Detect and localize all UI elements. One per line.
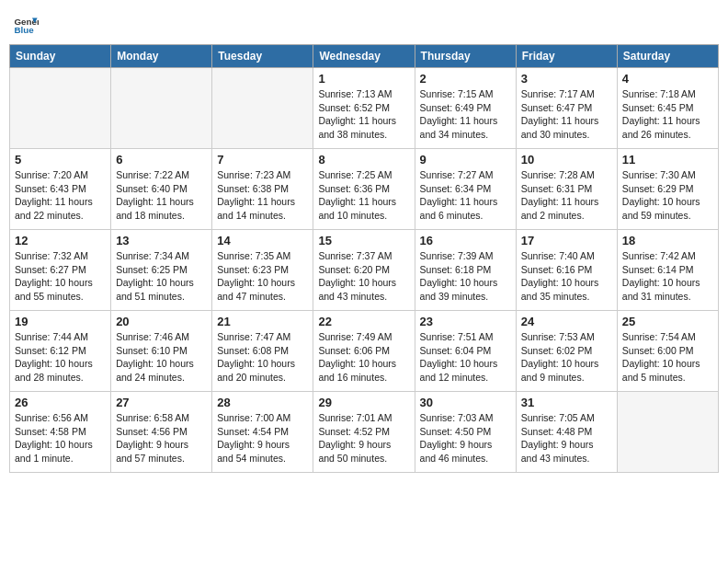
weekday-header-monday: Monday: [111, 45, 212, 68]
cell-info: Sunrise: 7:18 AM Sunset: 6:45 PM Dayligh…: [622, 87, 713, 142]
calendar-cell: 8Sunrise: 7:25 AM Sunset: 6:36 PM Daylig…: [313, 149, 415, 230]
calendar-cell: 15Sunrise: 7:37 AM Sunset: 6:20 PM Dayli…: [313, 230, 415, 311]
weekday-header-saturday: Saturday: [617, 45, 718, 68]
day-number: 6: [116, 153, 207, 167]
day-number: 25: [622, 315, 713, 328]
cell-info: Sunrise: 7:51 AM Sunset: 6:04 PM Dayligh…: [420, 330, 511, 385]
calendar-cell: 3Sunrise: 7:17 AM Sunset: 6:47 PM Daylig…: [516, 68, 617, 149]
day-number: 7: [217, 153, 308, 167]
day-number: 15: [318, 234, 409, 247]
day-number: 2: [420, 72, 511, 86]
cell-info: Sunrise: 7:53 AM Sunset: 6:02 PM Dayligh…: [521, 330, 612, 385]
day-number: 12: [15, 234, 106, 247]
day-number: 24: [521, 315, 612, 328]
day-number: 10: [521, 153, 612, 167]
cell-info: Sunrise: 7:05 AM Sunset: 4:48 PM Dayligh…: [521, 411, 612, 465]
day-number: 29: [318, 396, 409, 409]
day-number: 21: [217, 315, 308, 328]
day-number: 22: [318, 315, 409, 328]
calendar-cell: [212, 68, 313, 149]
weekday-header-tuesday: Tuesday: [212, 45, 313, 68]
cell-info: Sunrise: 7:13 AM Sunset: 6:52 PM Dayligh…: [318, 87, 409, 142]
weekday-header-friday: Friday: [516, 45, 617, 68]
day-number: 13: [116, 234, 207, 247]
weekday-header-wednesday: Wednesday: [313, 45, 415, 68]
day-number: 19: [15, 315, 106, 328]
day-number: 31: [521, 396, 612, 409]
calendar-week-5: 26Sunrise: 6:56 AM Sunset: 4:58 PM Dayli…: [10, 392, 719, 473]
calendar-cell: 2Sunrise: 7:15 AM Sunset: 6:49 PM Daylig…: [415, 68, 516, 149]
calendar-week-3: 12Sunrise: 7:32 AM Sunset: 6:27 PM Dayli…: [10, 230, 719, 311]
day-number: 16: [420, 234, 511, 247]
cell-info: Sunrise: 6:56 AM Sunset: 4:58 PM Dayligh…: [15, 411, 106, 465]
calendar-cell: 30Sunrise: 7:03 AM Sunset: 4:50 PM Dayli…: [415, 392, 516, 473]
calendar-cell: 18Sunrise: 7:42 AM Sunset: 6:14 PM Dayli…: [617, 230, 718, 311]
cell-info: Sunrise: 7:00 AM Sunset: 4:54 PM Dayligh…: [217, 411, 308, 465]
cell-info: Sunrise: 7:42 AM Sunset: 6:14 PM Dayligh…: [622, 249, 713, 304]
calendar-cell: [111, 68, 212, 149]
calendar-cell: 28Sunrise: 7:00 AM Sunset: 4:54 PM Dayli…: [212, 392, 313, 473]
cell-info: Sunrise: 7:37 AM Sunset: 6:20 PM Dayligh…: [318, 249, 409, 304]
cell-info: Sunrise: 7:23 AM Sunset: 6:38 PM Dayligh…: [217, 168, 308, 223]
calendar-cell: 13Sunrise: 7:34 AM Sunset: 6:25 PM Dayli…: [111, 230, 212, 311]
calendar-cell: 9Sunrise: 7:27 AM Sunset: 6:34 PM Daylig…: [415, 149, 516, 230]
day-number: 20: [116, 315, 207, 328]
day-number: 23: [420, 315, 511, 328]
calendar-cell: 10Sunrise: 7:28 AM Sunset: 6:31 PM Dayli…: [516, 149, 617, 230]
calendar-week-4: 19Sunrise: 7:44 AM Sunset: 6:12 PM Dayli…: [10, 311, 719, 392]
cell-info: Sunrise: 7:27 AM Sunset: 6:34 PM Dayligh…: [420, 168, 511, 223]
calendar-table: SundayMondayTuesdayWednesdayThursdayFrid…: [9, 44, 719, 473]
calendar-cell: 24Sunrise: 7:53 AM Sunset: 6:02 PM Dayli…: [516, 311, 617, 392]
day-number: 27: [116, 396, 207, 409]
calendar-cell: 26Sunrise: 6:56 AM Sunset: 4:58 PM Dayli…: [10, 392, 111, 473]
calendar-cell: 4Sunrise: 7:18 AM Sunset: 6:45 PM Daylig…: [617, 68, 718, 149]
day-number: 5: [15, 153, 106, 167]
cell-info: Sunrise: 6:58 AM Sunset: 4:56 PM Dayligh…: [116, 411, 207, 465]
day-number: 17: [521, 234, 612, 247]
cell-info: Sunrise: 7:17 AM Sunset: 6:47 PM Dayligh…: [521, 87, 612, 142]
calendar-week-2: 5Sunrise: 7:20 AM Sunset: 6:43 PM Daylig…: [10, 149, 719, 230]
calendar-cell: 23Sunrise: 7:51 AM Sunset: 6:04 PM Dayli…: [415, 311, 516, 392]
weekday-header-thursday: Thursday: [415, 45, 516, 68]
weekday-header-sunday: Sunday: [10, 45, 111, 68]
calendar-cell: 14Sunrise: 7:35 AM Sunset: 6:23 PM Dayli…: [212, 230, 313, 311]
calendar-cell: 22Sunrise: 7:49 AM Sunset: 6:06 PM Dayli…: [313, 311, 415, 392]
cell-info: Sunrise: 7:28 AM Sunset: 6:31 PM Dayligh…: [521, 168, 612, 223]
calendar-cell: 29Sunrise: 7:01 AM Sunset: 4:52 PM Dayli…: [313, 392, 415, 473]
cell-info: Sunrise: 7:32 AM Sunset: 6:27 PM Dayligh…: [15, 249, 106, 304]
cell-info: Sunrise: 7:01 AM Sunset: 4:52 PM Dayligh…: [318, 411, 409, 465]
day-number: 26: [15, 396, 106, 409]
calendar-cell: [10, 68, 111, 149]
cell-info: Sunrise: 7:46 AM Sunset: 6:10 PM Dayligh…: [116, 330, 207, 385]
page-header: General Blue: [9, 9, 719, 39]
calendar-cell: 12Sunrise: 7:32 AM Sunset: 6:27 PM Dayli…: [10, 230, 111, 311]
cell-info: Sunrise: 7:22 AM Sunset: 6:40 PM Dayligh…: [116, 168, 207, 223]
cell-info: Sunrise: 7:03 AM Sunset: 4:50 PM Dayligh…: [420, 411, 511, 465]
day-number: 3: [521, 72, 612, 86]
day-number: 1: [318, 72, 409, 86]
cell-info: Sunrise: 7:30 AM Sunset: 6:29 PM Dayligh…: [622, 168, 713, 223]
day-number: 14: [217, 234, 308, 247]
cell-info: Sunrise: 7:25 AM Sunset: 6:36 PM Dayligh…: [318, 168, 409, 223]
cell-info: Sunrise: 7:44 AM Sunset: 6:12 PM Dayligh…: [15, 330, 106, 385]
cell-info: Sunrise: 7:47 AM Sunset: 6:08 PM Dayligh…: [217, 330, 308, 385]
day-number: 30: [420, 396, 511, 409]
cell-info: Sunrise: 7:20 AM Sunset: 6:43 PM Dayligh…: [15, 168, 106, 223]
cell-info: Sunrise: 7:54 AM Sunset: 6:00 PM Dayligh…: [622, 330, 713, 385]
weekday-header-row: SundayMondayTuesdayWednesdayThursdayFrid…: [10, 45, 719, 68]
calendar-cell: 16Sunrise: 7:39 AM Sunset: 6:18 PM Dayli…: [415, 230, 516, 311]
day-number: 8: [318, 153, 409, 167]
cell-info: Sunrise: 7:49 AM Sunset: 6:06 PM Dayligh…: [318, 330, 409, 385]
calendar-cell: 1Sunrise: 7:13 AM Sunset: 6:52 PM Daylig…: [313, 68, 415, 149]
svg-text:Blue: Blue: [14, 25, 34, 35]
day-number: 9: [420, 153, 511, 167]
calendar-cell: 19Sunrise: 7:44 AM Sunset: 6:12 PM Dayli…: [10, 311, 111, 392]
calendar-cell: 5Sunrise: 7:20 AM Sunset: 6:43 PM Daylig…: [10, 149, 111, 230]
calendar-cell: [617, 392, 718, 473]
day-number: 18: [622, 234, 713, 247]
calendar-cell: 7Sunrise: 7:23 AM Sunset: 6:38 PM Daylig…: [212, 149, 313, 230]
cell-info: Sunrise: 7:40 AM Sunset: 6:16 PM Dayligh…: [521, 249, 612, 304]
calendar-cell: 21Sunrise: 7:47 AM Sunset: 6:08 PM Dayli…: [212, 311, 313, 392]
day-number: 11: [622, 153, 713, 167]
calendar-cell: 31Sunrise: 7:05 AM Sunset: 4:48 PM Dayli…: [516, 392, 617, 473]
